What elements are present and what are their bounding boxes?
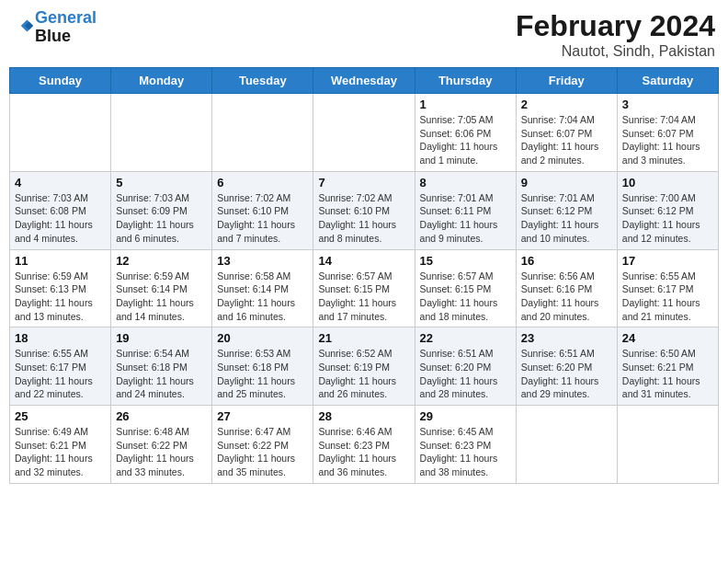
calendar-cell: 3Sunrise: 7:04 AM Sunset: 6:07 PM Daylig… <box>617 94 718 172</box>
day-info: Sunrise: 6:52 AM Sunset: 6:19 PM Dayligh… <box>318 347 409 401</box>
day-number: 26 <box>116 409 207 423</box>
calendar-cell: 28Sunrise: 6:46 AM Sunset: 6:23 PM Dayli… <box>313 406 415 484</box>
day-number: 6 <box>217 176 308 190</box>
day-number: 28 <box>318 409 409 423</box>
day-number: 17 <box>622 254 713 268</box>
day-info: Sunrise: 6:49 AM Sunset: 6:21 PM Dayligh… <box>15 425 106 479</box>
calendar-cell: 9Sunrise: 7:01 AM Sunset: 6:12 PM Daylig… <box>516 171 617 249</box>
day-number: 25 <box>15 409 106 423</box>
calendar-cell <box>10 94 111 172</box>
calendar-cell: 15Sunrise: 6:57 AM Sunset: 6:15 PM Dayli… <box>415 249 516 327</box>
day-header-monday: Monday <box>111 68 212 94</box>
day-info: Sunrise: 6:58 AM Sunset: 6:14 PM Dayligh… <box>217 270 308 324</box>
day-number: 8 <box>420 176 511 190</box>
calendar-cell: 29Sunrise: 6:45 AM Sunset: 6:23 PM Dayli… <box>415 406 516 484</box>
day-info: Sunrise: 6:57 AM Sunset: 6:15 PM Dayligh… <box>420 270 511 324</box>
day-number: 16 <box>521 254 612 268</box>
day-number: 22 <box>420 331 511 345</box>
calendar-cell <box>313 94 415 172</box>
day-header-saturday: Saturday <box>617 68 718 94</box>
calendar-cell: 20Sunrise: 6:53 AM Sunset: 6:18 PM Dayli… <box>212 327 313 406</box>
day-info: Sunrise: 6:51 AM Sunset: 6:20 PM Dayligh… <box>521 347 612 401</box>
day-number: 21 <box>318 331 409 345</box>
day-header-friday: Friday <box>516 68 617 94</box>
day-number: 2 <box>521 98 612 111</box>
logo-text: GeneralBlue <box>35 9 97 46</box>
calendar-cell: 1Sunrise: 7:05 AM Sunset: 6:06 PM Daylig… <box>415 94 516 172</box>
calendar-cell: 8Sunrise: 7:01 AM Sunset: 6:11 PM Daylig… <box>415 171 516 249</box>
calendar-cell <box>111 94 212 172</box>
calendar-cell: 5Sunrise: 7:03 AM Sunset: 6:09 PM Daylig… <box>111 171 212 249</box>
day-info: Sunrise: 6:54 AM Sunset: 6:18 PM Dayligh… <box>116 347 207 401</box>
calendar-cell: 18Sunrise: 6:55 AM Sunset: 6:17 PM Dayli… <box>10 327 111 406</box>
day-info: Sunrise: 6:55 AM Sunset: 6:17 PM Dayligh… <box>622 270 713 324</box>
calendar-cell: 10Sunrise: 7:00 AM Sunset: 6:12 PM Dayli… <box>617 171 718 249</box>
day-number: 13 <box>217 254 308 268</box>
day-header-sunday: Sunday <box>10 68 111 94</box>
calendar-cell: 13Sunrise: 6:58 AM Sunset: 6:14 PM Dayli… <box>212 249 313 327</box>
day-info: Sunrise: 7:01 AM Sunset: 6:12 PM Dayligh… <box>521 191 612 246</box>
calendar-cell <box>516 406 617 484</box>
day-number: 24 <box>622 331 713 345</box>
day-info: Sunrise: 7:04 AM Sunset: 6:07 PM Dayligh… <box>622 113 713 167</box>
calendar-cell: 6Sunrise: 7:02 AM Sunset: 6:10 PM Daylig… <box>212 171 313 249</box>
day-number: 29 <box>420 409 511 423</box>
day-number: 18 <box>15 331 106 345</box>
day-info: Sunrise: 7:02 AM Sunset: 6:10 PM Dayligh… <box>318 191 409 246</box>
day-number: 27 <box>217 409 308 423</box>
calendar-table: SundayMondayTuesdayWednesdayThursdayFrid… <box>9 67 719 484</box>
day-info: Sunrise: 6:50 AM Sunset: 6:21 PM Dayligh… <box>622 347 713 401</box>
day-info: Sunrise: 6:56 AM Sunset: 6:16 PM Dayligh… <box>521 270 612 324</box>
title-block: February 2024 Nautot, Sindh, Pakistan <box>516 9 715 60</box>
day-info: Sunrise: 6:59 AM Sunset: 6:14 PM Dayligh… <box>116 270 207 324</box>
page-header: GeneralBlue February 2024 Nautot, Sindh,… <box>9 9 719 60</box>
day-header-thursday: Thursday <box>415 68 516 94</box>
calendar-cell: 24Sunrise: 6:50 AM Sunset: 6:21 PM Dayli… <box>617 327 718 406</box>
day-number: 14 <box>318 254 409 268</box>
calendar-cell: 11Sunrise: 6:59 AM Sunset: 6:13 PM Dayli… <box>10 249 111 327</box>
day-info: Sunrise: 6:59 AM Sunset: 6:13 PM Dayligh… <box>15 270 106 324</box>
day-number: 20 <box>217 331 308 345</box>
calendar-cell <box>617 406 718 484</box>
logo-icon <box>13 16 33 36</box>
day-number: 23 <box>521 331 612 345</box>
day-info: Sunrise: 7:03 AM Sunset: 6:09 PM Dayligh… <box>116 191 207 246</box>
calendar-cell: 27Sunrise: 6:47 AM Sunset: 6:22 PM Dayli… <box>212 406 313 484</box>
day-number: 7 <box>318 176 409 190</box>
day-number: 4 <box>15 176 106 190</box>
calendar-cell <box>212 94 313 172</box>
location: Nautot, Sindh, Pakistan <box>516 43 715 60</box>
day-header-tuesday: Tuesday <box>212 68 313 94</box>
calendar-cell: 17Sunrise: 6:55 AM Sunset: 6:17 PM Dayli… <box>617 249 718 327</box>
day-info: Sunrise: 6:55 AM Sunset: 6:17 PM Dayligh… <box>15 347 106 401</box>
day-info: Sunrise: 7:01 AM Sunset: 6:11 PM Dayligh… <box>420 191 511 246</box>
day-info: Sunrise: 6:53 AM Sunset: 6:18 PM Dayligh… <box>217 347 308 401</box>
logo: GeneralBlue <box>13 9 97 46</box>
calendar-cell: 26Sunrise: 6:48 AM Sunset: 6:22 PM Dayli… <box>111 406 212 484</box>
day-number: 11 <box>15 254 106 268</box>
day-info: Sunrise: 6:48 AM Sunset: 6:22 PM Dayligh… <box>116 425 207 479</box>
day-info: Sunrise: 6:46 AM Sunset: 6:23 PM Dayligh… <box>318 425 409 479</box>
day-number: 12 <box>116 254 207 268</box>
day-number: 19 <box>116 331 207 345</box>
calendar-cell: 25Sunrise: 6:49 AM Sunset: 6:21 PM Dayli… <box>10 406 111 484</box>
day-info: Sunrise: 6:45 AM Sunset: 6:23 PM Dayligh… <box>420 425 511 479</box>
calendar-cell: 23Sunrise: 6:51 AM Sunset: 6:20 PM Dayli… <box>516 327 617 406</box>
day-info: Sunrise: 7:02 AM Sunset: 6:10 PM Dayligh… <box>217 191 308 246</box>
calendar-cell: 2Sunrise: 7:04 AM Sunset: 6:07 PM Daylig… <box>516 94 617 172</box>
day-info: Sunrise: 6:47 AM Sunset: 6:22 PM Dayligh… <box>217 425 308 479</box>
day-number: 5 <box>116 176 207 190</box>
day-number: 10 <box>622 176 713 190</box>
calendar-cell: 12Sunrise: 6:59 AM Sunset: 6:14 PM Dayli… <box>111 249 212 327</box>
calendar-cell: 16Sunrise: 6:56 AM Sunset: 6:16 PM Dayli… <box>516 249 617 327</box>
calendar-cell: 22Sunrise: 6:51 AM Sunset: 6:20 PM Dayli… <box>415 327 516 406</box>
calendar-cell: 4Sunrise: 7:03 AM Sunset: 6:08 PM Daylig… <box>10 171 111 249</box>
day-number: 3 <box>622 98 713 111</box>
day-info: Sunrise: 7:04 AM Sunset: 6:07 PM Dayligh… <box>521 113 612 167</box>
day-number: 1 <box>420 98 511 111</box>
month-year: February 2024 <box>516 9 715 43</box>
day-header-wednesday: Wednesday <box>313 68 415 94</box>
day-info: Sunrise: 7:03 AM Sunset: 6:08 PM Dayligh… <box>15 191 106 246</box>
day-info: Sunrise: 6:51 AM Sunset: 6:20 PM Dayligh… <box>420 347 511 401</box>
calendar-cell: 21Sunrise: 6:52 AM Sunset: 6:19 PM Dayli… <box>313 327 415 406</box>
